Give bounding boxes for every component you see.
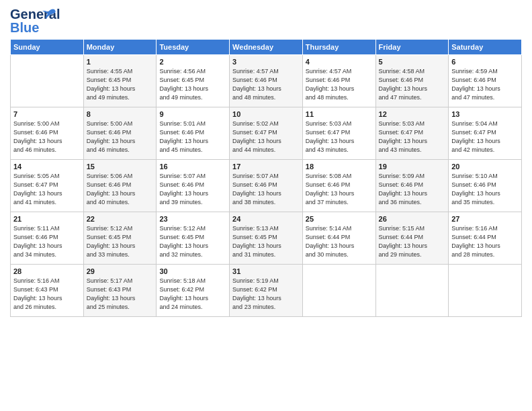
day-number: 27 bbox=[451, 215, 519, 223]
day-info: Sunrise: 4:57 AM Sunset: 6:46 PM Dayligh… bbox=[232, 67, 300, 102]
calendar-cell: 7Sunrise: 5:00 AM Sunset: 6:46 PM Daylig… bbox=[11, 107, 84, 160]
calendar-week-row: 21Sunrise: 5:11 AM Sunset: 6:46 PM Dayli… bbox=[11, 212, 522, 265]
calendar-cell: 23Sunrise: 5:12 AM Sunset: 6:45 PM Dayli… bbox=[157, 212, 230, 265]
day-number: 30 bbox=[159, 267, 226, 275]
calendar-cell: 31Sunrise: 5:19 AM Sunset: 6:42 PM Dayli… bbox=[230, 265, 303, 317]
calendar-cell: 14Sunrise: 5:05 AM Sunset: 6:47 PM Dayli… bbox=[11, 160, 84, 212]
day-info: Sunrise: 5:08 AM Sunset: 6:46 PM Dayligh… bbox=[306, 172, 373, 207]
day-number: 1 bbox=[87, 58, 154, 66]
calendar-cell: 6Sunrise: 4:59 AM Sunset: 6:46 PM Daylig… bbox=[449, 55, 522, 107]
calendar-cell bbox=[375, 265, 449, 317]
logo-bird-icon bbox=[42, 7, 57, 21]
day-number: 20 bbox=[451, 163, 519, 171]
day-info: Sunrise: 5:19 AM Sunset: 6:42 PM Dayligh… bbox=[232, 277, 300, 312]
day-number: 5 bbox=[379, 58, 446, 66]
calendar-cell: 27Sunrise: 5:16 AM Sunset: 6:44 PM Dayli… bbox=[449, 212, 522, 265]
calendar-cell: 19Sunrise: 5:09 AM Sunset: 6:46 PM Dayli… bbox=[375, 160, 449, 212]
day-number: 17 bbox=[232, 163, 300, 171]
day-number: 31 bbox=[232, 267, 300, 275]
calendar-header-wednesday: Wednesday bbox=[230, 40, 303, 55]
day-info: Sunrise: 5:15 AM Sunset: 6:44 PM Dayligh… bbox=[379, 224, 446, 259]
calendar-cell: 29Sunrise: 5:17 AM Sunset: 6:43 PM Dayli… bbox=[83, 265, 157, 317]
day-info: Sunrise: 5:03 AM Sunset: 6:47 PM Dayligh… bbox=[379, 120, 446, 154]
calendar-header-friday: Friday bbox=[375, 40, 449, 55]
calendar-week-row: 1Sunrise: 4:55 AM Sunset: 6:45 PM Daylig… bbox=[11, 55, 522, 107]
logo: General Blue bbox=[10, 7, 45, 34]
day-number: 16 bbox=[159, 163, 226, 171]
calendar-cell: 30Sunrise: 5:18 AM Sunset: 6:42 PM Dayli… bbox=[157, 265, 230, 317]
day-number: 25 bbox=[306, 215, 373, 223]
day-info: Sunrise: 5:00 AM Sunset: 6:46 PM Dayligh… bbox=[87, 120, 154, 154]
calendar-cell: 24Sunrise: 5:13 AM Sunset: 6:45 PM Dayli… bbox=[230, 212, 303, 265]
calendar-cell: 22Sunrise: 5:12 AM Sunset: 6:45 PM Dayli… bbox=[83, 212, 157, 265]
day-number: 23 bbox=[159, 215, 226, 223]
day-number: 11 bbox=[306, 110, 373, 118]
calendar-cell bbox=[302, 265, 375, 317]
page-header: General Blue bbox=[10, 7, 522, 34]
calendar-cell bbox=[449, 265, 522, 317]
day-number: 18 bbox=[306, 163, 373, 171]
day-number: 6 bbox=[451, 58, 519, 66]
calendar-header-monday: Monday bbox=[83, 40, 157, 55]
calendar-cell: 8Sunrise: 5:00 AM Sunset: 6:46 PM Daylig… bbox=[83, 107, 157, 160]
day-info: Sunrise: 5:03 AM Sunset: 6:47 PM Dayligh… bbox=[306, 120, 373, 154]
calendar-cell: 21Sunrise: 5:11 AM Sunset: 6:46 PM Dayli… bbox=[11, 212, 84, 265]
calendar-week-row: 14Sunrise: 5:05 AM Sunset: 6:47 PM Dayli… bbox=[11, 160, 522, 212]
calendar-cell: 12Sunrise: 5:03 AM Sunset: 6:47 PM Dayli… bbox=[375, 107, 449, 160]
calendar-cell: 15Sunrise: 5:06 AM Sunset: 6:46 PM Dayli… bbox=[83, 160, 157, 212]
day-number: 12 bbox=[379, 110, 446, 118]
calendar-cell: 17Sunrise: 5:07 AM Sunset: 6:46 PM Dayli… bbox=[230, 160, 303, 212]
calendar-cell: 5Sunrise: 4:58 AM Sunset: 6:46 PM Daylig… bbox=[375, 55, 449, 107]
day-number: 10 bbox=[232, 110, 300, 118]
day-info: Sunrise: 4:58 AM Sunset: 6:46 PM Dayligh… bbox=[379, 67, 446, 102]
day-number: 19 bbox=[379, 163, 446, 171]
day-info: Sunrise: 5:04 AM Sunset: 6:47 PM Dayligh… bbox=[451, 120, 519, 154]
calendar-week-row: 28Sunrise: 5:16 AM Sunset: 6:43 PM Dayli… bbox=[11, 265, 522, 317]
day-number: 2 bbox=[159, 58, 226, 66]
day-info: Sunrise: 5:11 AM Sunset: 6:46 PM Dayligh… bbox=[13, 224, 81, 259]
day-info: Sunrise: 5:18 AM Sunset: 6:42 PM Dayligh… bbox=[159, 277, 226, 312]
page-container: General Blue SundayMondayTuesdayWednesda… bbox=[0, 0, 532, 324]
day-info: Sunrise: 5:10 AM Sunset: 6:46 PM Dayligh… bbox=[451, 172, 519, 207]
calendar-table: SundayMondayTuesdayWednesdayThursdayFrid… bbox=[10, 39, 522, 317]
day-number: 3 bbox=[232, 58, 300, 66]
day-number: 15 bbox=[87, 163, 154, 171]
calendar-header-thursday: Thursday bbox=[302, 40, 375, 55]
calendar-cell: 11Sunrise: 5:03 AM Sunset: 6:47 PM Dayli… bbox=[302, 107, 375, 160]
day-info: Sunrise: 5:09 AM Sunset: 6:46 PM Dayligh… bbox=[379, 172, 446, 207]
day-number: 24 bbox=[232, 215, 300, 223]
day-number: 9 bbox=[159, 110, 226, 118]
day-number: 8 bbox=[87, 110, 154, 118]
calendar-cell: 1Sunrise: 4:55 AM Sunset: 6:45 PM Daylig… bbox=[83, 55, 157, 107]
day-number: 4 bbox=[306, 58, 373, 66]
day-number: 22 bbox=[87, 215, 154, 223]
day-info: Sunrise: 5:01 AM Sunset: 6:46 PM Dayligh… bbox=[159, 120, 226, 154]
day-info: Sunrise: 4:59 AM Sunset: 6:46 PM Dayligh… bbox=[451, 67, 519, 102]
day-number: 29 bbox=[87, 267, 154, 275]
calendar-cell: 25Sunrise: 5:14 AM Sunset: 6:44 PM Dayli… bbox=[302, 212, 375, 265]
calendar-cell: 4Sunrise: 4:57 AM Sunset: 6:46 PM Daylig… bbox=[302, 55, 375, 107]
calendar-cell: 13Sunrise: 5:04 AM Sunset: 6:47 PM Dayli… bbox=[449, 107, 522, 160]
calendar-header-sunday: Sunday bbox=[11, 40, 84, 55]
day-info: Sunrise: 5:13 AM Sunset: 6:45 PM Dayligh… bbox=[232, 224, 300, 259]
day-info: Sunrise: 4:56 AM Sunset: 6:45 PM Dayligh… bbox=[159, 67, 226, 102]
calendar-cell: 28Sunrise: 5:16 AM Sunset: 6:43 PM Dayli… bbox=[11, 265, 84, 317]
calendar-cell: 2Sunrise: 4:56 AM Sunset: 6:45 PM Daylig… bbox=[157, 55, 230, 107]
day-info: Sunrise: 5:12 AM Sunset: 6:45 PM Dayligh… bbox=[159, 224, 226, 259]
day-number: 7 bbox=[13, 110, 81, 118]
day-number: 28 bbox=[13, 267, 81, 275]
day-info: Sunrise: 4:55 AM Sunset: 6:45 PM Dayligh… bbox=[87, 67, 154, 102]
calendar-body: 1Sunrise: 4:55 AM Sunset: 6:45 PM Daylig… bbox=[11, 55, 522, 317]
calendar-cell: 26Sunrise: 5:15 AM Sunset: 6:44 PM Dayli… bbox=[375, 212, 449, 265]
calendar-cell: 3Sunrise: 4:57 AM Sunset: 6:46 PM Daylig… bbox=[230, 55, 303, 107]
calendar-header-tuesday: Tuesday bbox=[157, 40, 230, 55]
day-info: Sunrise: 5:07 AM Sunset: 6:46 PM Dayligh… bbox=[159, 172, 226, 207]
day-info: Sunrise: 5:05 AM Sunset: 6:47 PM Dayligh… bbox=[13, 172, 81, 207]
calendar-week-row: 7Sunrise: 5:00 AM Sunset: 6:46 PM Daylig… bbox=[11, 107, 522, 160]
day-number: 13 bbox=[451, 110, 519, 118]
calendar-cell: 18Sunrise: 5:08 AM Sunset: 6:46 PM Dayli… bbox=[302, 160, 375, 212]
day-info: Sunrise: 5:16 AM Sunset: 6:44 PM Dayligh… bbox=[451, 224, 519, 259]
day-info: Sunrise: 4:57 AM Sunset: 6:46 PM Dayligh… bbox=[306, 67, 373, 102]
day-info: Sunrise: 5:17 AM Sunset: 6:43 PM Dayligh… bbox=[87, 277, 154, 312]
logo-blue: Blue bbox=[10, 20, 39, 36]
